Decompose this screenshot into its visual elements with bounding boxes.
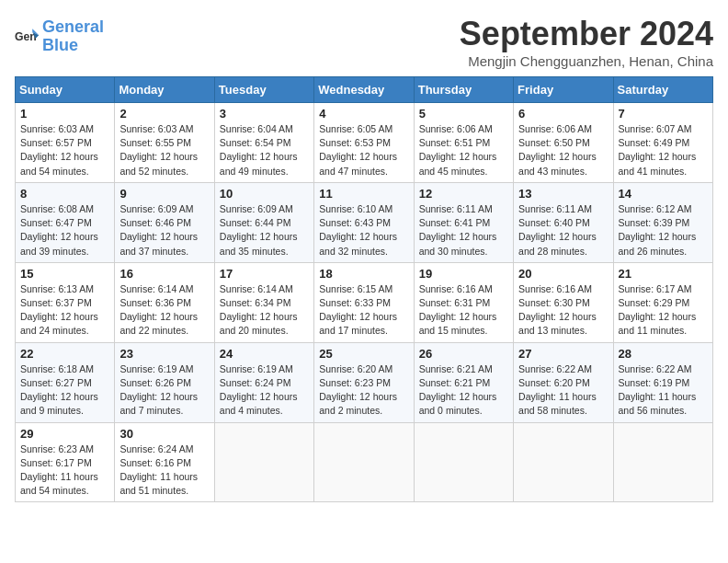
day-number: 21 <box>619 267 708 281</box>
calendar-cell: 9 Sunrise: 6:09 AMSunset: 6:46 PMDayligh… <box>115 182 214 262</box>
calendar-cell: 19 Sunrise: 6:16 AMSunset: 6:31 PMDaylig… <box>414 262 513 342</box>
col-header-thursday: Thursday <box>414 77 513 103</box>
day-number: 27 <box>518 347 608 361</box>
day-info: Sunrise: 6:24 AMSunset: 6:16 PMDaylight:… <box>119 442 209 499</box>
logo-text: GeneralBlue <box>42 18 104 55</box>
day-info: Sunrise: 6:20 AMSunset: 6:23 PMDaylight:… <box>319 362 408 419</box>
day-number: 24 <box>220 347 309 361</box>
calendar-cell: 28 Sunrise: 6:22 AMSunset: 6:19 PMDaylig… <box>613 342 712 422</box>
calendar-cell: 3 Sunrise: 6:04 AMSunset: 6:54 PMDayligh… <box>214 103 313 183</box>
day-info: Sunrise: 6:11 AMSunset: 6:40 PMDaylight:… <box>518 202 608 259</box>
day-number: 26 <box>419 347 508 361</box>
col-header-saturday: Saturday <box>613 77 712 103</box>
calendar-week-4: 22 Sunrise: 6:18 AMSunset: 6:27 PMDaylig… <box>16 342 713 422</box>
col-header-wednesday: Wednesday <box>314 77 414 103</box>
day-number: 30 <box>119 427 209 441</box>
calendar-cell: 2 Sunrise: 6:03 AMSunset: 6:55 PMDayligh… <box>115 103 214 183</box>
day-info: Sunrise: 6:09 AMSunset: 6:46 PMDaylight:… <box>119 202 209 259</box>
calendar-cell: 22 Sunrise: 6:18 AMSunset: 6:27 PMDaylig… <box>16 342 115 422</box>
col-header-tuesday: Tuesday <box>214 77 313 103</box>
day-number: 15 <box>20 267 109 281</box>
location: Mengjin Chengguanzhen, Henan, China <box>460 53 713 69</box>
day-number: 23 <box>119 347 209 361</box>
col-header-monday: Monday <box>115 77 214 103</box>
day-number: 4 <box>319 107 408 121</box>
day-info: Sunrise: 6:12 AMSunset: 6:39 PMDaylight:… <box>619 202 708 259</box>
page-header: Gen GeneralBlue September 2024 Mengjin C… <box>15 15 713 69</box>
calendar-week-1: 1 Sunrise: 6:03 AMSunset: 6:57 PMDayligh… <box>16 103 713 183</box>
day-info: Sunrise: 6:08 AMSunset: 6:47 PMDaylight:… <box>20 202 109 259</box>
day-info: Sunrise: 6:03 AMSunset: 6:55 PMDaylight:… <box>119 122 209 178</box>
calendar-cell <box>214 422 313 502</box>
calendar-cell: 20 Sunrise: 6:16 AMSunset: 6:30 PMDaylig… <box>514 262 613 342</box>
day-number: 3 <box>220 107 309 121</box>
calendar-cell: 13 Sunrise: 6:11 AMSunset: 6:40 PMDaylig… <box>514 182 613 262</box>
col-header-friday: Friday <box>514 77 613 103</box>
day-number: 6 <box>518 107 608 121</box>
day-number: 2 <box>119 107 209 121</box>
day-info: Sunrise: 6:09 AMSunset: 6:44 PMDaylight:… <box>220 202 309 259</box>
day-number: 28 <box>619 347 708 361</box>
calendar-cell <box>314 422 414 502</box>
calendar-week-5: 29 Sunrise: 6:23 AMSunset: 6:17 PMDaylig… <box>16 422 713 502</box>
calendar-cell: 27 Sunrise: 6:22 AMSunset: 6:20 PMDaylig… <box>514 342 613 422</box>
day-info: Sunrise: 6:22 AMSunset: 6:19 PMDaylight:… <box>619 362 708 419</box>
calendar-week-2: 8 Sunrise: 6:08 AMSunset: 6:47 PMDayligh… <box>16 182 713 262</box>
calendar-cell: 11 Sunrise: 6:10 AMSunset: 6:43 PMDaylig… <box>314 182 414 262</box>
calendar-cell: 1 Sunrise: 6:03 AMSunset: 6:57 PMDayligh… <box>16 103 115 183</box>
day-number: 8 <box>20 187 109 201</box>
day-info: Sunrise: 6:06 AMSunset: 6:51 PMDaylight:… <box>419 122 508 178</box>
day-info: Sunrise: 6:07 AMSunset: 6:49 PMDaylight:… <box>619 122 708 178</box>
calendar-cell <box>613 422 712 502</box>
logo: Gen GeneralBlue <box>15 18 104 55</box>
day-info: Sunrise: 6:05 AMSunset: 6:53 PMDaylight:… <box>319 122 408 178</box>
day-info: Sunrise: 6:19 AMSunset: 6:24 PMDaylight:… <box>220 362 309 419</box>
day-number: 22 <box>20 347 109 361</box>
day-info: Sunrise: 6:10 AMSunset: 6:43 PMDaylight:… <box>319 202 408 259</box>
calendar-cell: 8 Sunrise: 6:08 AMSunset: 6:47 PMDayligh… <box>16 182 115 262</box>
day-info: Sunrise: 6:11 AMSunset: 6:41 PMDaylight:… <box>419 202 508 259</box>
day-number: 17 <box>220 267 309 281</box>
calendar-cell: 26 Sunrise: 6:21 AMSunset: 6:21 PMDaylig… <box>414 342 513 422</box>
day-number: 25 <box>319 347 408 361</box>
day-number: 18 <box>319 267 408 281</box>
day-info: Sunrise: 6:03 AMSunset: 6:57 PMDaylight:… <box>20 122 109 178</box>
day-info: Sunrise: 6:21 AMSunset: 6:21 PMDaylight:… <box>419 362 508 419</box>
day-number: 14 <box>619 187 708 201</box>
day-info: Sunrise: 6:14 AMSunset: 6:34 PMDaylight:… <box>220 282 309 339</box>
day-info: Sunrise: 6:13 AMSunset: 6:37 PMDaylight:… <box>20 282 109 339</box>
day-number: 16 <box>119 267 209 281</box>
calendar-cell: 24 Sunrise: 6:19 AMSunset: 6:24 PMDaylig… <box>214 342 313 422</box>
day-info: Sunrise: 6:15 AMSunset: 6:33 PMDaylight:… <box>319 282 408 339</box>
calendar-cell: 10 Sunrise: 6:09 AMSunset: 6:44 PMDaylig… <box>214 182 313 262</box>
calendar-cell: 25 Sunrise: 6:20 AMSunset: 6:23 PMDaylig… <box>314 342 414 422</box>
calendar-cell: 18 Sunrise: 6:15 AMSunset: 6:33 PMDaylig… <box>314 262 414 342</box>
day-info: Sunrise: 6:04 AMSunset: 6:54 PMDaylight:… <box>220 122 309 178</box>
day-number: 7 <box>619 107 708 121</box>
calendar-cell: 16 Sunrise: 6:14 AMSunset: 6:36 PMDaylig… <box>115 262 214 342</box>
day-info: Sunrise: 6:14 AMSunset: 6:36 PMDaylight:… <box>119 282 209 339</box>
day-number: 19 <box>419 267 508 281</box>
title-block: September 2024 Mengjin Chengguanzhen, He… <box>460 15 713 69</box>
calendar-week-3: 15 Sunrise: 6:13 AMSunset: 6:37 PMDaylig… <box>16 262 713 342</box>
day-info: Sunrise: 6:17 AMSunset: 6:29 PMDaylight:… <box>619 282 708 339</box>
day-info: Sunrise: 6:18 AMSunset: 6:27 PMDaylight:… <box>20 362 109 419</box>
calendar-cell: 12 Sunrise: 6:11 AMSunset: 6:41 PMDaylig… <box>414 182 513 262</box>
calendar-cell: 15 Sunrise: 6:13 AMSunset: 6:37 PMDaylig… <box>16 262 115 342</box>
calendar-table: SundayMondayTuesdayWednesdayThursdayFrid… <box>15 76 713 502</box>
calendar-cell: 21 Sunrise: 6:17 AMSunset: 6:29 PMDaylig… <box>613 262 712 342</box>
day-number: 29 <box>20 427 109 441</box>
day-info: Sunrise: 6:19 AMSunset: 6:26 PMDaylight:… <box>119 362 209 419</box>
calendar-cell: 7 Sunrise: 6:07 AMSunset: 6:49 PMDayligh… <box>613 103 712 183</box>
col-header-sunday: Sunday <box>16 77 115 103</box>
logo-icon: Gen <box>15 24 40 50</box>
month-title: September 2024 <box>460 15 713 53</box>
calendar-cell: 30 Sunrise: 6:24 AMSunset: 6:16 PMDaylig… <box>115 422 214 502</box>
calendar-cell: 4 Sunrise: 6:05 AMSunset: 6:53 PMDayligh… <box>314 103 414 183</box>
calendar-cell: 14 Sunrise: 6:12 AMSunset: 6:39 PMDaylig… <box>613 182 712 262</box>
day-info: Sunrise: 6:06 AMSunset: 6:50 PMDaylight:… <box>518 122 608 178</box>
day-number: 10 <box>220 187 309 201</box>
day-info: Sunrise: 6:16 AMSunset: 6:31 PMDaylight:… <box>419 282 508 339</box>
day-number: 20 <box>518 267 608 281</box>
day-number: 11 <box>319 187 408 201</box>
